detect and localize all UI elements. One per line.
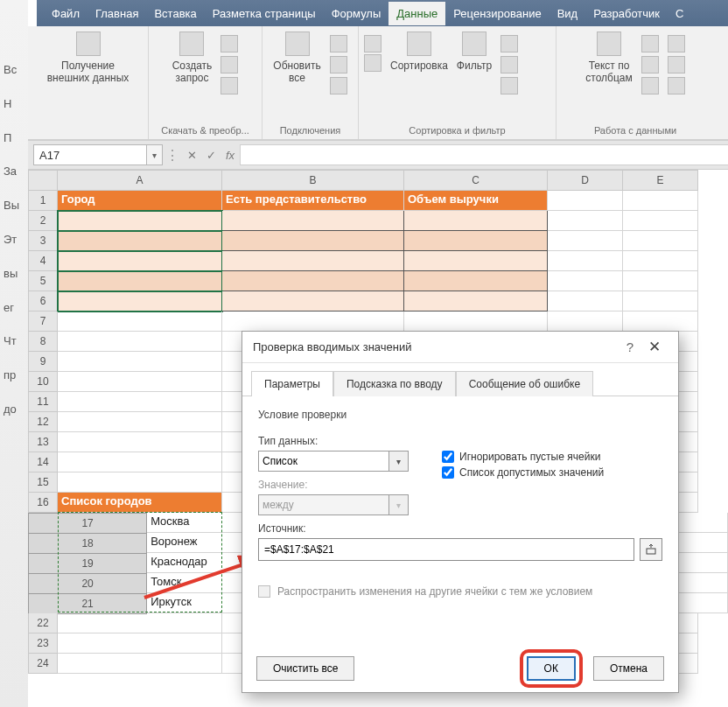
tab-review[interactable]: Рецензирование [445, 2, 549, 25]
cell-D1[interactable] [548, 191, 623, 211]
query-mini-2[interactable] [220, 56, 238, 74]
col-header-C[interactable]: C [404, 170, 548, 191]
cell-E3[interactable] [623, 231, 698, 251]
cell-D2[interactable] [548, 211, 623, 231]
row-header[interactable]: 13 [28, 432, 58, 452]
cell-A4[interactable] [58, 251, 222, 271]
data-mini-2[interactable] [641, 56, 659, 74]
cell-A1[interactable]: Город [58, 191, 222, 211]
ok-button[interactable]: ОК [527, 656, 576, 681]
cell-A11[interactable] [58, 392, 222, 412]
cell-A14[interactable] [58, 452, 222, 472]
row-header[interactable]: 7 [28, 312, 58, 332]
cell-A15[interactable] [58, 472, 222, 493]
cell-A10[interactable] [58, 372, 222, 392]
cell-A13[interactable] [58, 432, 222, 452]
allow-type-select[interactable] [258, 451, 389, 472]
sort-desc-button[interactable] [364, 54, 382, 72]
cell-A12[interactable] [58, 412, 222, 432]
cancel-button[interactable]: Отмена [593, 656, 664, 681]
cell-A9[interactable] [58, 352, 222, 372]
cell-E6[interactable] [623, 291, 698, 312]
cell-A3[interactable] [58, 231, 222, 251]
cell-B2[interactable] [222, 211, 404, 231]
in-cell-dropdown-input[interactable] [442, 466, 454, 479]
row-header[interactable]: 15 [28, 472, 58, 493]
dialog-tab-settings[interactable]: Параметры [251, 371, 333, 396]
ignore-blank-checkbox[interactable]: Игнорировать пустые ячейки [442, 451, 604, 463]
col-header-A[interactable]: A [58, 170, 222, 191]
cell-E1[interactable] [623, 191, 698, 211]
cell-A24[interactable] [58, 654, 222, 674]
enter-formula-button[interactable]: ✓ [201, 144, 220, 165]
cell-D3[interactable] [548, 231, 623, 251]
filter-mini-3[interactable] [500, 77, 518, 94]
tab-formulas[interactable]: Формулы [324, 2, 389, 25]
cell-B6[interactable] [222, 291, 404, 312]
row-header[interactable]: 12 [28, 412, 58, 432]
data-mini-6[interactable] [668, 77, 685, 94]
row-header[interactable]: 10 [28, 372, 58, 392]
data-mini-3[interactable] [641, 77, 659, 94]
sort-asc-button[interactable] [364, 35, 382, 52]
name-box-dropdown[interactable]: ▾ [147, 144, 163, 165]
row-header[interactable]: 16 [28, 493, 58, 513]
filter-mini-2[interactable] [500, 56, 518, 74]
col-header-E[interactable]: E [623, 170, 698, 191]
row-header[interactable]: 6 [28, 291, 58, 312]
cell-D4[interactable] [548, 251, 623, 271]
cell-A6[interactable] [58, 291, 222, 312]
row-header[interactable]: 14 [28, 452, 58, 472]
cell-E4[interactable] [623, 251, 698, 271]
cell-A16[interactable]: Список городов [58, 493, 222, 513]
tab-more[interactable]: С [668, 2, 691, 25]
dialog-tab-input-msg[interactable]: Подсказка по вводу [333, 371, 456, 396]
tab-file[interactable]: Файл [44, 2, 88, 25]
cancel-formula-button[interactable]: ✕ [182, 144, 201, 165]
conn-mini-3[interactable] [330, 77, 347, 94]
cell-E5[interactable] [623, 271, 698, 291]
cell-C3[interactable] [404, 231, 548, 251]
row-header[interactable]: 3 [28, 231, 58, 251]
cell-C1[interactable]: Объем выручки [404, 191, 548, 211]
cell-A22[interactable] [58, 613, 222, 634]
cell-A5[interactable] [58, 271, 222, 291]
cell-C7[interactable] [404, 312, 548, 332]
clear-all-button[interactable]: Очистить все [256, 656, 354, 681]
data-mini-1[interactable] [641, 35, 659, 52]
tab-data[interactable]: Данные [388, 2, 445, 25]
ignore-blank-input[interactable] [442, 451, 454, 463]
name-box[interactable] [33, 144, 147, 165]
tab-pagelayout[interactable]: Разметка страницы [205, 2, 324, 25]
cell-B3[interactable] [222, 231, 404, 251]
filter-button[interactable]: Фильтр [457, 32, 492, 72]
row-header[interactable]: 5 [28, 271, 58, 291]
cell-C4[interactable] [404, 251, 548, 271]
cell-A7[interactable] [58, 312, 222, 332]
cell-B5[interactable] [222, 271, 404, 291]
select-all-corner[interactable] [28, 170, 58, 191]
cell-A2[interactable] [58, 211, 222, 231]
source-input[interactable] [258, 538, 634, 561]
data-mini-4[interactable] [668, 35, 685, 52]
tab-insert[interactable]: Вставка [146, 2, 204, 25]
range-picker-button[interactable] [640, 538, 662, 561]
row-header[interactable]: 4 [28, 251, 58, 271]
text-to-columns-button[interactable]: Текст по столбцам [585, 32, 632, 84]
query-mini-1[interactable] [220, 35, 238, 52]
tab-developer[interactable]: Разработчик [585, 2, 668, 25]
dialog-help-button[interactable]: ? [619, 340, 641, 354]
filter-mini-1[interactable] [500, 35, 518, 52]
formula-input[interactable] [240, 144, 728, 165]
row-header[interactable]: 8 [28, 332, 58, 352]
cell-E7[interactable] [623, 312, 698, 332]
conn-mini-1[interactable] [330, 35, 347, 52]
dialog-close-button[interactable]: ✕ [641, 338, 668, 356]
dialog-tab-error-alert[interactable]: Сообщение об ошибке [456, 371, 593, 396]
cell-C5[interactable] [404, 271, 548, 291]
cell-D7[interactable] [548, 312, 623, 332]
new-query-button[interactable]: Создать запрос [172, 32, 213, 84]
cell-B1[interactable]: Есть представительство [222, 191, 404, 211]
fx-button[interactable]: fx [220, 144, 240, 165]
tab-home[interactable]: Главная [88, 2, 146, 25]
